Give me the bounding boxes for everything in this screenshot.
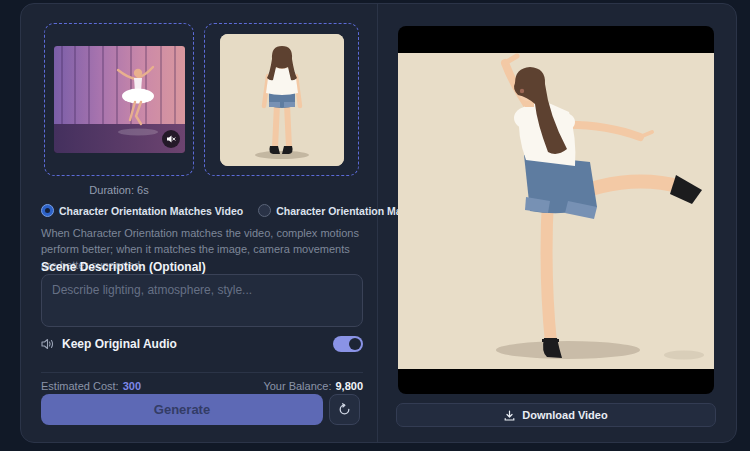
estimated-cost-value: 300 [123,380,141,392]
speaker-muted-icon [166,134,176,144]
estimated-cost-label: Estimated Cost: [41,380,119,392]
standing-girl-illustration [220,34,344,166]
orientation-options: Character Orientation Matches Video Char… [41,204,367,217]
radio-selected-icon [41,204,54,217]
mute-button[interactable] [162,130,180,148]
reset-button[interactable] [329,394,360,425]
radio-matches-video[interactable]: Character Orientation Matches Video [41,204,243,217]
dancing-girl-result-frame [398,53,714,369]
keep-audio-toggle[interactable] [333,336,363,352]
keep-audio-label: Keep Original Audio [62,337,177,351]
character-image-thumbnail[interactable] [204,23,359,176]
cost-divider [41,372,363,373]
download-label: Download Video [522,409,607,421]
download-icon [504,410,515,421]
source-video-thumbnail[interactable] [44,23,194,176]
panel-divider [377,4,378,442]
balance-label: Your Balance: [263,380,331,392]
keep-audio-row: Keep Original Audio [41,336,363,352]
character-image-frame [220,34,344,166]
balance-value: 9,800 [335,380,363,392]
cost-balance-row: Estimated Cost: 300 Your Balance: 9,800 [41,380,363,392]
source-video-frame [54,46,185,153]
download-video-button[interactable]: Download Video [396,403,716,427]
result-video-player[interactable] [398,26,714,394]
scene-description-input[interactable] [41,274,363,327]
main-card: Duration: 6s Character Orientation Match… [20,3,737,443]
duration-label: Duration: 6s [44,184,194,196]
speaker-icon [41,338,55,350]
reset-icon [338,403,351,416]
radio-unselected-icon [258,204,271,217]
generate-button[interactable]: Generate [41,394,323,425]
toggle-knob [349,338,361,350]
scene-description-label: Scene Description (Optional) [41,260,206,274]
radio-matches-video-label: Character Orientation Matches Video [59,205,243,217]
